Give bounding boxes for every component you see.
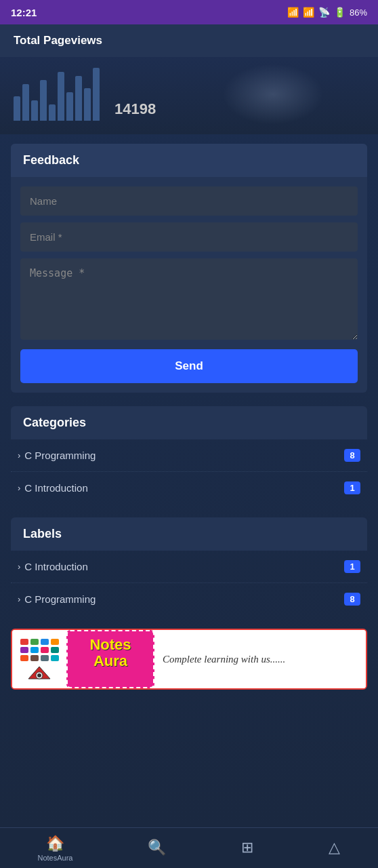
message-input[interactable] xyxy=(20,258,358,340)
eye-icon xyxy=(27,665,51,680)
icon-dot-10 xyxy=(41,655,49,661)
category-badge-1: 1 xyxy=(344,481,360,494)
category-item-0[interactable]: › C Programming 8 xyxy=(11,439,367,472)
feedback-title: Feedback xyxy=(23,153,79,167)
banner-left xyxy=(12,630,66,688)
alert-icon: △ xyxy=(329,839,340,856)
chart-bar-1 xyxy=(22,84,29,121)
status-bar: 12:21 📶 📶 📡 🔋 86% xyxy=(0,0,378,24)
icon-dot-1 xyxy=(30,639,39,645)
sim-icon: 📶 xyxy=(287,7,299,18)
chart-bars xyxy=(14,68,100,121)
chart-area: 14198 xyxy=(0,57,378,134)
icon-dot-3 xyxy=(51,639,59,645)
label-left-0: › C Introduction xyxy=(18,561,88,572)
categories-header: Categories xyxy=(11,406,367,439)
icon-dot-7 xyxy=(51,647,59,653)
status-icons: 📶 📶 📡 🔋 86% xyxy=(287,7,367,18)
chart-bar-4 xyxy=(49,104,56,121)
label-text-1: C Programming xyxy=(24,593,96,605)
labels-title: Labels xyxy=(23,527,62,540)
category-list: › C Programming 8 › C Introduction 1 xyxy=(11,439,367,504)
feedback-section: Feedback Send xyxy=(11,144,367,393)
icon-dot-6 xyxy=(41,647,49,653)
email-input[interactable] xyxy=(20,222,358,252)
icon-dot-5 xyxy=(30,647,39,653)
chart-bar-0 xyxy=(14,96,20,121)
chart-bar-3 xyxy=(40,80,47,121)
nav-alert[interactable]: △ xyxy=(322,835,347,862)
chart-bar-8 xyxy=(84,88,91,121)
category-item-1[interactable]: › C Introduction 1 xyxy=(11,472,367,504)
pageviews-count: 14198 xyxy=(114,100,156,121)
banner[interactable]: Notes Aura Complete learning with us....… xyxy=(11,629,367,690)
icon-dot-2 xyxy=(41,639,49,645)
signal-icon: 📡 xyxy=(318,7,330,18)
label-item-1[interactable]: › C Programming 8 xyxy=(11,583,367,615)
icon-dot-9 xyxy=(30,655,39,661)
icon-grid xyxy=(20,639,59,661)
pageviews-title: Total Pageviews xyxy=(14,34,102,47)
battery-percent: 86% xyxy=(350,7,367,18)
pageviews-header: Total Pageviews xyxy=(0,24,378,57)
svg-point-2 xyxy=(37,673,41,677)
label-left-1: › C Programming xyxy=(18,593,96,605)
labels-header: Labels xyxy=(11,517,367,551)
banner-logo-line1: Notes xyxy=(75,637,146,653)
label-item-0[interactable]: › C Introduction 1 xyxy=(11,551,367,583)
category-label-1: C Introduction xyxy=(24,482,87,494)
icon-dot-4 xyxy=(20,647,28,653)
category-left-1: › C Introduction xyxy=(18,482,88,494)
chart-bar-6 xyxy=(66,92,73,121)
banner-logo-line2: Aura xyxy=(75,653,146,669)
nav-home-label: NotesAura xyxy=(38,854,73,862)
chevron-icon: › xyxy=(18,594,20,604)
banner-tagline-box: Complete learning with us...... xyxy=(154,630,366,688)
feedback-header: Feedback xyxy=(11,144,367,177)
nav-search[interactable]: 🔍 xyxy=(141,835,173,862)
banner-tagline: Complete learning with us...... xyxy=(163,654,285,665)
name-input[interactable] xyxy=(20,186,358,216)
label-badge-1: 8 xyxy=(344,593,360,606)
chart-bar-7 xyxy=(75,76,82,121)
chart-bar-5 xyxy=(58,72,64,121)
icon-dot-11 xyxy=(51,655,59,661)
icon-dot-0 xyxy=(20,639,28,645)
categories-title: Categories xyxy=(23,416,86,429)
bottom-nav: 🏠 NotesAura 🔍 ⊞ △ xyxy=(0,827,378,868)
chart-bar-9 xyxy=(93,68,100,121)
label-badge-0: 1 xyxy=(344,560,360,573)
chevron-icon: › xyxy=(18,450,20,460)
category-label-0: C Programming xyxy=(24,450,96,461)
label-list: › C Introduction 1 › C Programming 8 xyxy=(11,551,367,615)
category-left-0: › C Programming xyxy=(18,450,96,461)
chevron-icon: › xyxy=(18,561,20,572)
labels-section: Labels › C Introduction 1 › C Programmin… xyxy=(11,517,367,615)
send-button[interactable]: Send xyxy=(20,349,358,383)
chart-glow xyxy=(222,64,324,125)
battery-icon: 🔋 xyxy=(334,7,345,18)
nav-grid[interactable]: ⊞ xyxy=(234,835,260,862)
search-icon: 🔍 xyxy=(148,839,166,856)
home-icon: 🏠 xyxy=(46,835,64,852)
grid-icon: ⊞ xyxy=(241,839,253,856)
category-badge-0: 8 xyxy=(344,449,360,462)
chart-bar-2 xyxy=(31,100,38,121)
wifi-icon: 📶 xyxy=(303,7,314,18)
categories-section: Categories › C Programming 8 › C Introdu… xyxy=(11,406,367,504)
banner-logo-box: Notes Aura xyxy=(66,630,154,688)
label-text-0: C Introduction xyxy=(24,561,87,572)
status-time: 12:21 xyxy=(11,7,37,18)
main-content: Total Pageviews 14198 Feedback Send Cate… xyxy=(0,24,378,827)
icon-dot-8 xyxy=(20,655,28,661)
chevron-icon: › xyxy=(18,483,20,493)
nav-home[interactable]: 🏠 NotesAura xyxy=(31,831,80,866)
feedback-form: Send xyxy=(11,177,367,393)
